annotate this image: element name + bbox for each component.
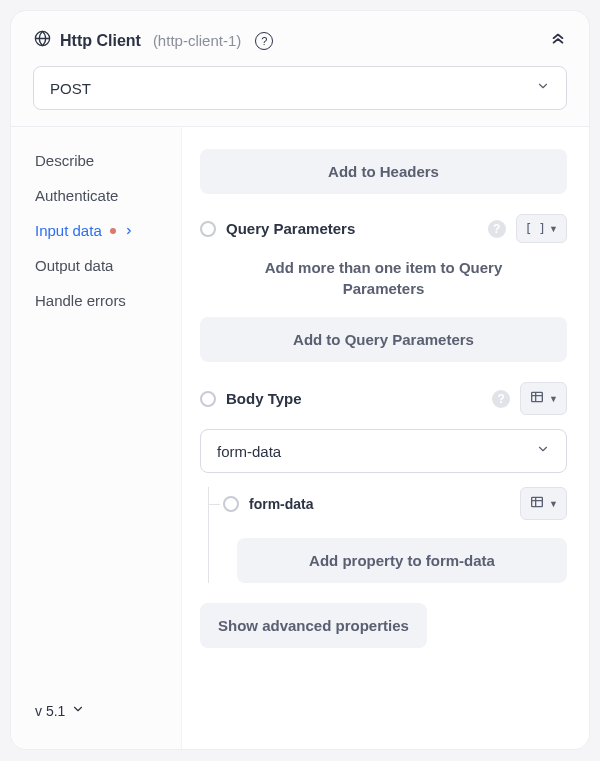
section-header: Body Type ? ▼ <box>200 382 567 415</box>
help-icon[interactable]: ? <box>488 220 506 238</box>
radio-unselected[interactable] <box>200 221 216 237</box>
sidebar-item-input-data[interactable]: Input data <box>21 213 181 248</box>
caret-down-icon: ▼ <box>549 224 558 234</box>
table-icon <box>529 494 545 513</box>
help-icon[interactable]: ? <box>255 32 273 50</box>
query-parameters-section: Query Parameters ? [ ] ▼ Add more than o… <box>200 214 567 362</box>
svg-rect-2 <box>532 497 543 506</box>
list-view-toggle[interactable]: [ ] ▼ <box>516 214 567 243</box>
globe-icon <box>33 29 52 52</box>
caret-down-icon: ▼ <box>549 394 558 404</box>
add-property-form-data-button[interactable]: Add property to form-data <box>237 538 567 583</box>
nested-title: form-data <box>249 496 510 512</box>
collapse-button[interactable] <box>549 30 567 52</box>
chevron-down-icon <box>536 79 550 97</box>
body-area: Describe Authenticate Input data Output … <box>11 126 589 749</box>
chevron-down-icon <box>536 442 550 460</box>
table-icon <box>529 389 545 408</box>
body-type-section: Body Type ? ▼ form-data <box>200 382 567 583</box>
method-row: POST <box>11 66 589 126</box>
sidebar: Describe Authenticate Input data Output … <box>11 127 181 749</box>
nested-header: form-data ▼ <box>209 487 567 520</box>
help-icon[interactable]: ? <box>492 390 510 408</box>
select-value: form-data <box>217 443 281 460</box>
method-value: POST <box>50 80 91 97</box>
sidebar-item-output-data[interactable]: Output data <box>21 248 181 283</box>
sidebar-item-label: Input data <box>35 222 102 239</box>
version-label: v 5.1 <box>35 703 65 719</box>
form-data-nested: form-data ▼ Add property to form-data <box>208 487 567 583</box>
radio-unselected[interactable] <box>200 391 216 407</box>
show-advanced-button[interactable]: Show advanced properties <box>200 603 427 648</box>
chevron-down-icon <box>71 702 85 719</box>
add-to-headers-button[interactable]: Add to Headers <box>200 149 567 194</box>
method-select[interactable]: POST <box>33 66 567 110</box>
section-header: Query Parameters ? [ ] ▼ <box>200 214 567 243</box>
body-type-select[interactable]: form-data <box>200 429 567 473</box>
nested-body: Add property to form-data <box>209 538 567 583</box>
table-view-toggle[interactable]: ▼ <box>520 487 567 520</box>
section-title: Query Parameters <box>226 220 478 237</box>
sidebar-item-label: Describe <box>35 152 94 169</box>
panel-title: Http Client <box>60 32 141 50</box>
radio-unselected[interactable] <box>223 496 239 512</box>
panel-subtitle: (http-client-1) <box>153 32 241 49</box>
config-panel: Http Client (http-client-1) ? POST Descr… <box>10 10 590 750</box>
caret-down-icon: ▼ <box>549 499 558 509</box>
table-view-toggle[interactable]: ▼ <box>520 382 567 415</box>
sidebar-item-authenticate[interactable]: Authenticate <box>21 178 181 213</box>
add-to-query-params-button[interactable]: Add to Query Parameters <box>200 317 567 362</box>
sidebar-item-label: Handle errors <box>35 292 126 309</box>
indicator-dot <box>110 228 116 234</box>
sidebar-item-describe[interactable]: Describe <box>21 143 181 178</box>
svg-rect-1 <box>532 392 543 401</box>
section-title: Body Type <box>226 390 482 407</box>
brackets-icon: [ ] <box>525 221 545 236</box>
chevron-right-icon <box>124 222 134 239</box>
sidebar-item-handle-errors[interactable]: Handle errors <box>21 283 181 318</box>
content-area: Add to Headers Query Parameters ? [ ] ▼ … <box>181 127 589 749</box>
sidebar-item-label: Authenticate <box>35 187 118 204</box>
sidebar-item-label: Output data <box>35 257 113 274</box>
version-selector[interactable]: v 5.1 <box>21 688 181 733</box>
hint-text: Add more than one item to Query Paramete… <box>200 257 567 303</box>
panel-header: Http Client (http-client-1) ? <box>11 11 589 66</box>
